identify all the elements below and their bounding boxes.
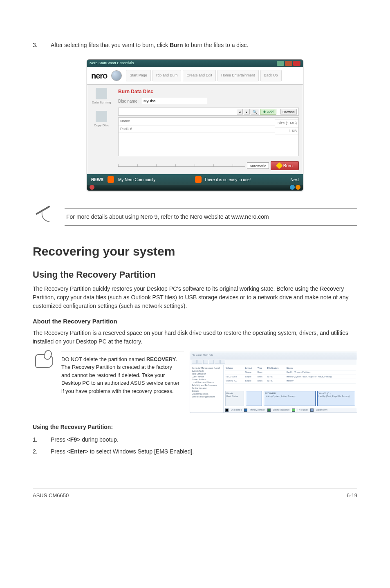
next-label[interactable]: Next	[290, 177, 299, 183]
partition-vistaos[interactable]: VistaOS (C:) Healthy (Boot, Page File, P…	[317, 391, 355, 406]
capacity-select[interactable]: Automatic	[247, 162, 269, 169]
dm-list: Volume Layout Type File System Status Si…	[224, 365, 357, 413]
dm-tool-refresh-icon[interactable]	[209, 360, 214, 364]
tab-back-up[interactable]: Back Up	[260, 70, 282, 81]
tree-item[interactable]: System Tools	[192, 370, 222, 373]
part-name: RECOVERY	[265, 392, 276, 395]
corner-right-a-icon	[290, 185, 295, 190]
keycap: F9	[70, 436, 77, 443]
add-label: Add	[267, 110, 273, 114]
tree-item[interactable]: Task Scheduler	[192, 373, 222, 375]
step-text: Press <F9> during bootup.	[51, 435, 357, 444]
warn-bold: RECOVERY	[146, 356, 176, 362]
dm-tool-up-icon[interactable]	[203, 360, 208, 364]
close-button[interactable]	[293, 61, 300, 66]
capacity-gauge: Automatic Burn	[118, 161, 299, 170]
step-number: 2.	[33, 447, 51, 456]
community-link[interactable]: My Nero Community	[118, 177, 155, 183]
tree-item[interactable]: Shared Folders	[192, 378, 222, 381]
window-title: Nero StartSmart Essentials	[90, 61, 134, 66]
tab-home-ent[interactable]: Home Entertainment	[217, 70, 259, 81]
nero-orb-icon[interactable]	[111, 70, 122, 81]
tree-item[interactable]: Reliability and Performance	[192, 384, 222, 387]
sidebar-label: Copy Disc	[89, 123, 114, 128]
dm-disk-bars: Disk 0 Basic Online RECOVERY Healthy (Sy…	[224, 389, 357, 408]
disk0-name: Disk 0	[226, 392, 233, 395]
disk0-sub: Basic Online	[226, 395, 238, 397]
note-nero-website: For more details about using Nero 9, ref…	[33, 208, 357, 226]
note-icon-col	[33, 208, 57, 226]
disk0-label[interactable]: Disk 0 Basic Online	[225, 391, 244, 406]
dm-menu-file[interactable]: File	[192, 354, 195, 357]
warning-icon-col	[33, 352, 56, 368]
dm-tool-fwd-icon[interactable]	[197, 360, 202, 364]
tree-item[interactable]: Local Users and Groups	[192, 381, 222, 384]
add-button[interactable]: ✚ Add	[260, 109, 276, 114]
heading-using-recovery-partition: Using the Recovery Partition	[33, 268, 357, 281]
rss-icon[interactable]	[108, 176, 114, 183]
part-sub: Healthy (Boot, Page File, Primary)	[318, 395, 350, 397]
dm-menu-action[interactable]: Action	[196, 354, 202, 357]
tab-start-page[interactable]: Start Page	[126, 70, 151, 81]
dm-menu-help[interactable]: Help	[209, 354, 213, 357]
dm-tree[interactable]: Computer Management (Local) System Tools…	[190, 365, 224, 413]
window-buttons	[277, 61, 300, 66]
up-folder-icon[interactable]: ▴	[244, 109, 250, 114]
tree-item[interactable]: Services and Applications	[192, 395, 222, 398]
news-label: NEWS	[91, 177, 103, 183]
tree-item[interactable]: Event Viewer	[192, 375, 222, 378]
copy-disc-icon	[96, 111, 107, 122]
hand-stop-icon	[35, 354, 53, 368]
panel-heading: Burn Data Disc	[118, 88, 299, 95]
dm-menu-view[interactable]: View	[203, 354, 208, 357]
dm-tool-prop-icon[interactable]	[215, 360, 220, 364]
step-number: 3.	[33, 41, 49, 49]
tip-text: There it is so easy to use!	[204, 177, 251, 183]
search-icon[interactable]: 🔍	[251, 109, 259, 114]
path-input[interactable]	[120, 109, 236, 114]
steps-heading: Using the Recovery Partition:	[33, 423, 357, 431]
disc-name-row: Disc name:	[118, 98, 299, 104]
tree-item[interactable]: Device Manager	[192, 387, 222, 390]
table-row[interactable]: VistaOS (C:)SimpleBasicNTFSHealthy	[225, 379, 356, 384]
partition-recovery[interactable]: RECOVERY Healthy (System, Active, Primar…	[264, 391, 316, 406]
corner-left-icon	[90, 185, 94, 190]
recovery-para-1: The Recovery Partition quickly restores …	[33, 285, 357, 310]
tree-item[interactable]: Storage	[192, 390, 222, 393]
tree-item[interactable]: Disk Management	[192, 393, 222, 395]
table-row[interactable]: SimpleBasicHealthy (Primary Partition)	[225, 370, 356, 375]
col-size-value: Size (1 MB)	[275, 120, 298, 128]
sidebar-item-data-burning[interactable]: Data Burning	[89, 88, 114, 105]
dm-tool-help-icon[interactable]	[220, 360, 225, 364]
tab-rip-burn[interactable]: Rip and Burn	[152, 70, 182, 81]
nero-window: Nero StartSmart Essentials nero Start Pa…	[87, 59, 303, 191]
step-3: 3. After selecting files that you want t…	[33, 41, 357, 49]
warning-callout: DO NOT delete the partition named RECOVE…	[33, 352, 357, 413]
dm-tool-back-icon[interactable]	[192, 360, 197, 364]
pencil-icon	[36, 205, 51, 215]
file-row[interactable]: Part1-6	[119, 126, 275, 133]
burn-button[interactable]: Burn	[271, 161, 299, 171]
nero-sidebar: Data Burning Copy Disc	[87, 85, 116, 174]
col-pad-value: 1 KB	[275, 128, 298, 135]
tab-create-edit[interactable]: Create and Edit	[183, 70, 216, 81]
history-back-icon[interactable]: ◂	[237, 109, 243, 114]
dm-table: Volume Layout Type File System Status Si…	[225, 366, 356, 384]
nero-titlebar: Nero StartSmart Essentials	[87, 60, 303, 67]
swatch-free-icon	[292, 408, 295, 412]
partition-blank[interactable]	[246, 391, 262, 406]
disc-name-input[interactable]	[142, 98, 207, 104]
legend-label: Free space	[298, 408, 308, 412]
gauge-ticks	[118, 164, 245, 167]
swatch-primary-icon	[244, 408, 247, 412]
minimize-button[interactable]	[277, 61, 284, 66]
tree-item[interactable]: Computer Management (Local)	[192, 367, 222, 370]
swatch-unallocated-icon	[225, 408, 229, 412]
maximize-button[interactable]	[285, 61, 292, 66]
step-text-bold: Burn	[170, 42, 183, 48]
col-status: Status	[286, 366, 356, 370]
table-row[interactable]: RECOVERYSimpleBasicNTFSHealthy (System, …	[225, 375, 356, 379]
sidebar-item-copy-disc[interactable]: Copy Disc	[89, 111, 114, 128]
disc-icon	[96, 88, 107, 99]
browse-button[interactable]: Browse	[280, 109, 297, 114]
